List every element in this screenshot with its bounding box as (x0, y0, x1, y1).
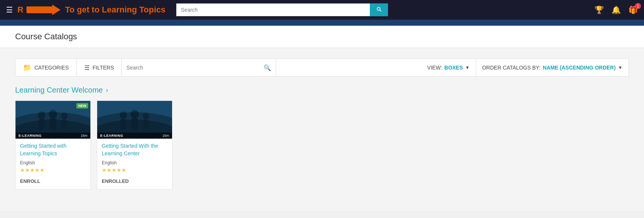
search-button[interactable] (370, 3, 388, 16)
gift-badge: 1 (635, 3, 641, 9)
view-dropdown-arrow: ▼ (465, 65, 470, 70)
bell-icon[interactable]: 🔔 (611, 5, 621, 14)
logo-letter: R (17, 5, 23, 15)
view-label: VIEW: (427, 65, 442, 71)
filters-label: FILTERS (93, 65, 114, 71)
order-dropdown-arrow: ▼ (618, 65, 622, 70)
section-header: Learning Center Welcome › (15, 86, 629, 94)
catalog-search-icon: 🔍 (264, 64, 271, 71)
gift-icon[interactable]: 🎁 1 (628, 5, 638, 14)
categories-label: CATEGORIES (34, 65, 69, 71)
card-language-1: English (20, 160, 86, 165)
svg-point-6 (61, 113, 68, 119)
section-chevron-icon[interactable]: › (106, 86, 108, 94)
nav-right-icons: 🏆 🔔 🎁 1 (594, 5, 638, 14)
search-input[interactable] (176, 3, 370, 16)
card-thumbnail-1: NEW E-LEARNING 15m (16, 101, 90, 139)
card-stars-2: ★★★★★ (102, 167, 168, 173)
order-label: ORDER CATALOGS BY: (482, 65, 540, 71)
categories-button[interactable]: 📁 CATEGORIES (16, 59, 77, 76)
course-card-1[interactable]: NEW E-LEARNING 15m Getting Started with … (15, 100, 91, 190)
svg-rect-15 (143, 119, 149, 129)
card-duration-1: 15m (81, 134, 87, 138)
svg-point-4 (49, 110, 57, 118)
card-language-2: English (102, 160, 168, 165)
view-value: BOXES (444, 65, 463, 71)
card-title-1: Getting Started with Learning Topics (20, 142, 86, 157)
trophy-icon[interactable]: 🏆 (594, 5, 604, 14)
course-card-2[interactable]: E-LEARNING 15m Getting Started With the … (97, 100, 172, 190)
enroll-button-1[interactable]: ENROLL (20, 177, 86, 186)
order-selector[interactable]: ORDER CATALOGS BY: NAME (ASCENDING ORDER… (476, 59, 628, 76)
hamburger-menu-icon[interactable]: ☰ (6, 5, 13, 14)
filters-button[interactable]: ☰ FILTERS (77, 59, 122, 76)
folder-icon: 📁 (23, 63, 31, 72)
card-title-2: Getting Started With the Learning Center (102, 142, 168, 157)
nav-title: To get to Learning Topics (65, 5, 166, 15)
filter-bar: 📁 CATEGORIES ☰ FILTERS 🔍 VIEW: BOXES ▼ O… (15, 59, 629, 77)
svg-point-14 (143, 113, 149, 119)
svg-rect-3 (39, 119, 45, 130)
catalog-search[interactable]: 🔍 (122, 59, 276, 76)
blue-strip (0, 20, 644, 26)
card-thumbnail-2: E-LEARNING 15m (97, 101, 172, 139)
card-body-1: Getting Started with Learning Topics Eng… (16, 139, 90, 189)
enrolled-button-2[interactable]: ENROLLED (102, 177, 168, 186)
svg-rect-11 (120, 119, 126, 130)
card-stars-1: ★★★★★ (20, 167, 86, 173)
page-title: Course Catalogs (15, 32, 629, 42)
top-navigation: ☰ R To get to Learning Topics 🏆 🔔 🎁 1 (0, 0, 644, 20)
new-badge-1: NEW (76, 103, 88, 108)
card-type-label-1: E-LEARNING (19, 134, 42, 138)
catalog-section: Learning Center Welcome › (15, 86, 629, 199)
card-type-label-2: E-LEARNING (100, 134, 123, 138)
section-title[interactable]: Learning Center Welcome (15, 86, 103, 94)
logo-area: R (17, 5, 61, 15)
svg-rect-5 (50, 118, 56, 130)
svg-point-2 (38, 111, 45, 119)
view-selector[interactable]: VIEW: BOXES ▼ (421, 59, 476, 76)
arrow-icon (26, 5, 61, 15)
card-type-bar-2: E-LEARNING 15m (97, 133, 172, 139)
filter-icon: ☰ (84, 64, 90, 71)
search-bar (176, 3, 388, 16)
svg-rect-7 (62, 119, 67, 129)
main-content: Course Catalogs 📁 CATEGORIES ☰ FILTERS 🔍… (0, 26, 644, 211)
svg-rect-13 (131, 118, 138, 130)
cards-row: NEW E-LEARNING 15m Getting Started with … (15, 100, 629, 190)
svg-point-10 (119, 111, 127, 119)
catalog-search-input[interactable] (126, 65, 264, 71)
search-icon (376, 6, 382, 12)
order-value: NAME (ASCENDING ORDER) (543, 65, 616, 71)
card-type-bar-1: E-LEARNING 15m (16, 133, 90, 139)
card-duration-2: 15m (162, 134, 169, 138)
card-body-2: Getting Started With the Learning Center… (97, 139, 172, 189)
svg-point-12 (130, 110, 139, 118)
